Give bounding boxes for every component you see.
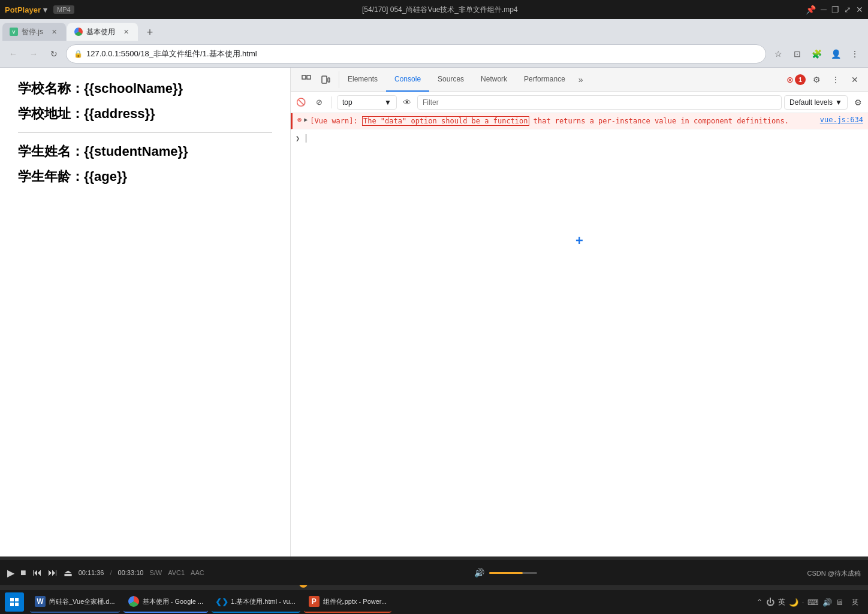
console-plus-icon: + [575, 233, 583, 249]
clock-time: 英 [852, 598, 858, 607]
school-name-text: 学校名称：{{schoolName}} [18, 80, 272, 98]
tab-performance[interactable]: Performance [516, 68, 574, 92]
level-value: Default levels [789, 98, 833, 107]
chrome-icon [128, 596, 139, 607]
svg-rect-7 [15, 603, 19, 606]
account-icon[interactable]: 👤 [827, 46, 844, 62]
devtools-header: Elements Console Sources Network Perform… [291, 68, 868, 92]
taskbar-item-ppt-label: 组件化.pptx - Power... [323, 597, 387, 606]
prev-button[interactable]: ⏮ [32, 567, 42, 578]
app-title[interactable]: PotPlayer ▾ [5, 5, 47, 14]
taskbar-item-word-label: 尚硅谷_Vue全家桶.d... [49, 597, 115, 606]
bookmark-icon[interactable]: ☆ [770, 46, 786, 62]
lock-icon: 🔒 [74, 50, 83, 58]
clear-console-button[interactable]: 🚫 [293, 95, 309, 110]
eject-button[interactable]: ⏏ [64, 567, 73, 579]
tray-lang-icon[interactable]: 英 [778, 597, 785, 607]
browser-chrome: V 暂停.js ✕ 基本使用 ✕ + ← → ↻ 🔒 127.0.0.1:550… [0, 19, 868, 68]
tab-label-vuejs: 暂停.js [22, 27, 43, 37]
devtools-settings-button[interactable]: ⚙ [808, 71, 825, 88]
taskbar-item-vscode[interactable]: ❮❯ 1.基本使用.html - vu... [212, 591, 300, 613]
content-area: 学校名称：{{schoolName}} 学校地址：{{address}} 学生姓… [0, 68, 868, 556]
window-controls[interactable]: 📌 ─ ❐ ⤢ ✕ [806, 5, 863, 14]
new-tab-button[interactable]: + [141, 24, 158, 41]
console-settings-button[interactable]: ⚙ [850, 95, 866, 110]
tray-up-icon[interactable]: ⌃ [757, 598, 762, 606]
block-icon[interactable]: ⊘ [311, 95, 327, 110]
level-selector[interactable]: Default levels ▼ [784, 95, 848, 110]
tray-display-icon[interactable]: 🖥 [836, 598, 843, 607]
tab-elements[interactable]: Elements [339, 68, 386, 92]
tab-close-basic[interactable]: ✕ [121, 27, 131, 37]
media-title: [54/170] 054_尚硅谷Vue技术_非单文件组件.mp4 [80, 5, 800, 15]
volume-area: 🔊 [474, 568, 537, 577]
extension-icon[interactable]: 🧩 [808, 46, 825, 62]
console-prompt[interactable]: ❯ [291, 129, 868, 147]
device-toolbar-button[interactable] [317, 71, 334, 88]
inspect-element-button[interactable] [298, 71, 315, 88]
restore-icon[interactable]: ❐ [831, 5, 839, 14]
svg-rect-1 [307, 75, 311, 79]
codec-sw: S/W [149, 569, 162, 576]
tab-sources[interactable]: Sources [429, 68, 472, 92]
tab-close-vuejs[interactable]: ✕ [49, 27, 59, 37]
expand-icon[interactable]: ▶ [304, 116, 308, 126]
tray-volume-icon[interactable]: 🔊 [822, 598, 832, 607]
back-button[interactable]: ← [5, 46, 22, 62]
devtools-right-icons: ⊗ 1 ⚙ ⋮ ✕ [784, 71, 866, 88]
pin-icon[interactable]: 📌 [806, 5, 816, 14]
devtools-more-button[interactable]: ⋮ [827, 71, 844, 88]
cast-icon[interactable]: ⊡ [789, 46, 806, 62]
tab-basic[interactable]: 基本使用 ✕ [67, 23, 138, 41]
tray-keyboard-icon[interactable]: ⌨ [807, 598, 819, 607]
address-bar: ← → ↻ 🔒 127.0.0.1:5500/18_非单文件组件/1.基本使用.… [0, 41, 868, 67]
tray-dot-icon: · [802, 599, 804, 606]
console-toolbar: 🚫 ⊘ top ▼ 👁 Default levels ▼ ⚙ [291, 92, 868, 113]
address-right-icons: ☆ ⊡ 🧩 👤 ⋮ [770, 46, 863, 62]
taskbar-item-chrome[interactable]: 基本使用 - Google ... [123, 591, 208, 613]
eye-button[interactable]: 👁 [399, 95, 415, 110]
maximize-icon[interactable]: ⤢ [844, 5, 851, 14]
close-icon[interactable]: ✕ [856, 5, 863, 14]
tab-vuejs[interactable]: V 暂停.js ✕ [2, 23, 66, 41]
error-icon: ⊗ [297, 116, 302, 126]
url-bar[interactable]: 🔒 127.0.0.1:5500/18_非单文件组件/1.基本使用.html [66, 44, 766, 63]
msg-highlight: The "data" option should be a function [362, 116, 529, 126]
page-divider [18, 132, 272, 133]
more-tabs-button[interactable]: » [574, 75, 588, 84]
menu-icon[interactable]: ⋮ [846, 46, 863, 62]
svg-rect-6 [10, 603, 14, 606]
start-button[interactable] [5, 592, 24, 612]
tab-network[interactable]: Network [472, 68, 516, 92]
taskbar-item-word[interactable]: W 尚硅谷_Vue全家桶.d... [30, 591, 120, 613]
source-link[interactable]: vue.js:634 [820, 116, 863, 124]
page-content: 学校名称：{{schoolName}} 学校地址：{{address}} 学生姓… [0, 68, 291, 556]
svg-rect-4 [10, 598, 14, 601]
minimize-icon[interactable]: ─ [821, 5, 827, 14]
reload-button[interactable]: ↻ [46, 46, 62, 62]
next-button[interactable]: ⏭ [48, 567, 58, 578]
ppt-icon: P [309, 596, 320, 607]
format-badge: MP4 [53, 5, 74, 14]
tab-console[interactable]: Console [386, 68, 429, 92]
play-button[interactable]: ▶ [7, 567, 14, 579]
level-dropdown-icon: ▼ [835, 98, 842, 107]
msg-suffix: that returns a per-instance value in com… [529, 117, 789, 125]
taskbar-item-ppt[interactable]: P 组件化.pptx - Power... [304, 591, 391, 613]
stop-button[interactable]: ■ [20, 567, 26, 578]
devtools-panel: Elements Console Sources Network Perform… [291, 68, 868, 556]
devtools-tabs: Elements Console Sources Network Perform… [339, 68, 784, 92]
volume-icon[interactable]: 🔊 [474, 568, 484, 577]
browser-window: V 暂停.js ✕ 基本使用 ✕ + ← → ↻ 🔒 127.0.0.1:550… [0, 19, 868, 556]
context-selector[interactable]: top ▼ [337, 95, 397, 110]
codec-aac: AAC [191, 569, 204, 576]
filter-input[interactable] [417, 95, 782, 110]
url-text: 127.0.0.1:5500/18_非单文件组件/1.基本使用.html [86, 49, 257, 59]
tab-bar: V 暂停.js ✕ 基本使用 ✕ + [0, 19, 868, 41]
taskbar-clock[interactable]: 英 [847, 598, 863, 607]
tray-moon-icon[interactable]: 🌙 [789, 598, 798, 607]
devtools-close-button[interactable]: ✕ [846, 71, 863, 88]
tray-power-icon[interactable]: ⏻ [766, 597, 774, 607]
volume-track[interactable] [489, 572, 537, 574]
forward-button[interactable]: → [25, 46, 42, 62]
